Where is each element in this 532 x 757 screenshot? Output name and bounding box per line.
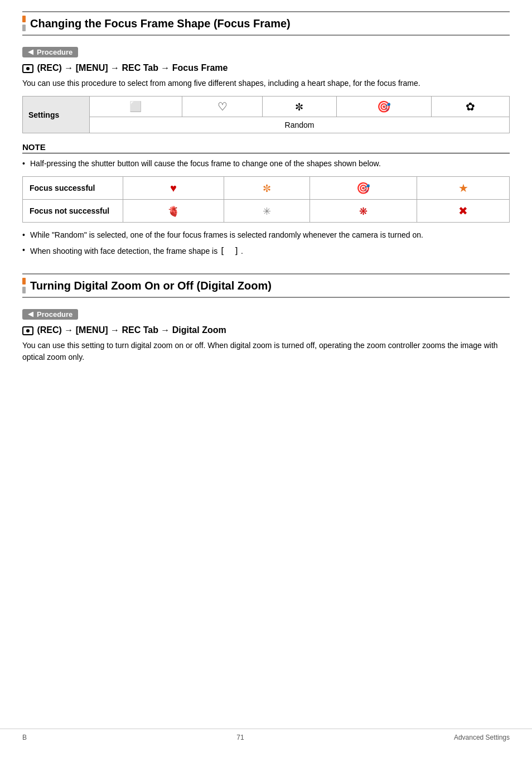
focus-fail-target: ❋ (309, 200, 417, 223)
section2-title-bar: Turning Digital Zoom On or Off (Digital … (22, 273, 510, 298)
title-bars-2 (22, 278, 26, 293)
note-list-2: While "Random" is selected, one of the f… (22, 229, 510, 258)
note-item-1: Half-pressing the shutter button will ca… (22, 158, 510, 170)
bar2-top (22, 278, 26, 285)
focus-success-heart: ♥ (123, 177, 224, 200)
focus-fail-sparkle: ✳ (224, 200, 309, 223)
focus-success-sparkle: ✼ (224, 177, 309, 200)
note-item-3: When shooting with face detection, the f… (22, 244, 510, 258)
nav-heading-1: (REC) → [MENU] → REC Tab → Focus Frame (22, 63, 510, 73)
settings-table: Settings ⬜ ♡ ✼ 🎯 ✿ Random (22, 96, 510, 133)
note-list: Half-pressing the shutter button will ca… (22, 158, 510, 170)
focus-success-star: ★ (417, 177, 510, 200)
note-item-2: While "Random" is selected, one of the f… (22, 229, 510, 241)
sparkle-icon-cell: ✼ (263, 97, 337, 117)
focus-success-label: Focus successful (23, 177, 123, 200)
target-icon-cell: 🎯 (336, 97, 431, 117)
note-section-2: While "Random" is selected, one of the f… (22, 229, 510, 258)
bar2-bottom (22, 287, 26, 293)
procedure-badge-1: Procedure (22, 47, 78, 57)
bar-bottom (22, 25, 26, 31)
random-label: Random (90, 117, 510, 133)
section1-title-bar: Changing the Focus Frame Shape (Focus Fr… (22, 11, 510, 36)
footer-right: Advanced Settings (454, 734, 510, 741)
settings-label: Settings (23, 97, 90, 133)
note-section: NOTE Half-pressing the shutter button wi… (22, 142, 510, 170)
focus-fail-x: ✖ (417, 200, 510, 223)
title-bars (22, 16, 26, 31)
footer-center: 71 (236, 734, 244, 741)
heart-icon-cell: ♡ (182, 97, 263, 117)
bracket-setting: ⬜ (90, 97, 182, 117)
footer: B 71 Advanced Settings (0, 729, 532, 746)
section1-heading: Changing the Focus Frame Shape (Focus Fr… (30, 17, 291, 30)
footer-left: B (22, 734, 27, 741)
body-text-1: You can use this procedure to select fro… (22, 78, 510, 89)
procedure-badge-2: Procedure (22, 309, 78, 320)
flower-icon-cell: ✿ (431, 97, 509, 117)
focus-fail-heart: 🫀 (123, 200, 224, 223)
section2-heading: Turning Digital Zoom On or Off (Digital … (30, 279, 272, 292)
rec-icon-1 (22, 64, 33, 73)
rec-icon-2 (22, 326, 33, 335)
focus-success-target: 🎯 (309, 177, 417, 200)
focus-fail-label: Focus not successful (23, 200, 123, 223)
body-text-2: You can use this setting to turn digital… (22, 340, 510, 363)
bar-top (22, 16, 26, 22)
note-title: NOTE (22, 142, 510, 153)
focus-table: Focus successful ♥ ✼ 🎯 ★ Focus not succe… (22, 176, 510, 223)
nav-heading-2: (REC) → [MENU] → REC Tab → Digital Zoom (22, 325, 510, 335)
